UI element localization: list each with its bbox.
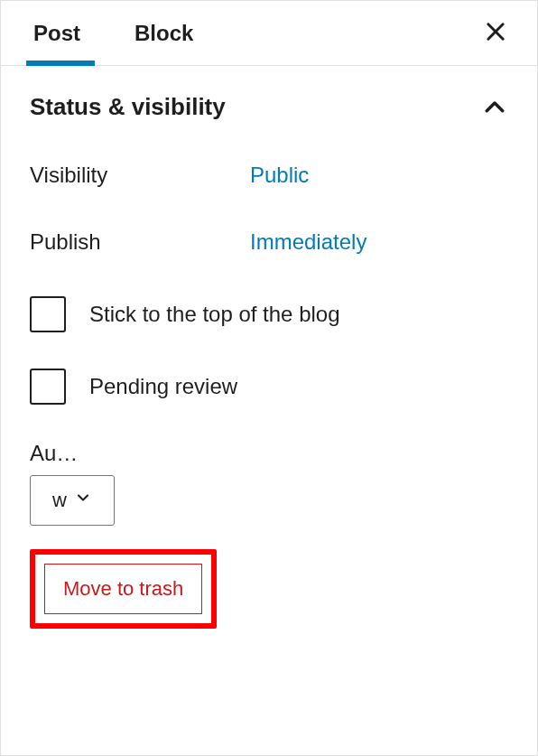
pending-checkbox[interactable] xyxy=(30,369,66,405)
author-label: Author xyxy=(30,441,84,466)
visibility-row: Visibility Public xyxy=(30,163,508,188)
status-visibility-section: Status & visibility Visibility Public Pu… xyxy=(1,66,537,643)
trash-highlight-wrap: Move to trash xyxy=(30,549,217,629)
section-title: Status & visibility xyxy=(30,93,226,121)
tab-post[interactable]: Post xyxy=(26,1,95,65)
annotation-highlight: Move to trash xyxy=(30,549,217,629)
tab-block[interactable]: Block xyxy=(120,1,208,65)
pending-checkbox-row[interactable]: Pending review xyxy=(30,369,508,405)
move-to-trash-button[interactable]: Move to trash xyxy=(44,564,202,614)
publish-value[interactable]: Immediately xyxy=(250,229,366,255)
trash-button-label: Move to trash xyxy=(63,577,183,601)
close-button[interactable] xyxy=(479,17,512,50)
tab-block-label: Block xyxy=(134,21,193,46)
sticky-label: Stick to the top of the blog xyxy=(89,302,340,327)
chevron-down-icon xyxy=(74,489,92,512)
publish-label: Publish xyxy=(30,229,250,255)
section-toggle[interactable]: Status & visibility xyxy=(30,93,508,121)
author-select[interactable]: w xyxy=(30,475,115,526)
settings-tabs: Post Block xyxy=(1,1,537,66)
author-block: Author w xyxy=(30,441,508,526)
visibility-value[interactable]: Public xyxy=(250,163,309,188)
chevron-up-icon xyxy=(481,94,508,121)
tab-post-label: Post xyxy=(33,21,80,46)
sticky-checkbox[interactable] xyxy=(30,296,66,332)
sticky-checkbox-row[interactable]: Stick to the top of the blog xyxy=(30,296,508,332)
author-selected-value: w xyxy=(52,489,67,512)
visibility-label: Visibility xyxy=(30,163,250,188)
close-icon xyxy=(483,19,508,48)
pending-label: Pending review xyxy=(89,374,237,399)
settings-panel: Post Block Status & visibility Visibilit… xyxy=(0,0,538,756)
publish-row: Publish Immediately xyxy=(30,229,508,255)
